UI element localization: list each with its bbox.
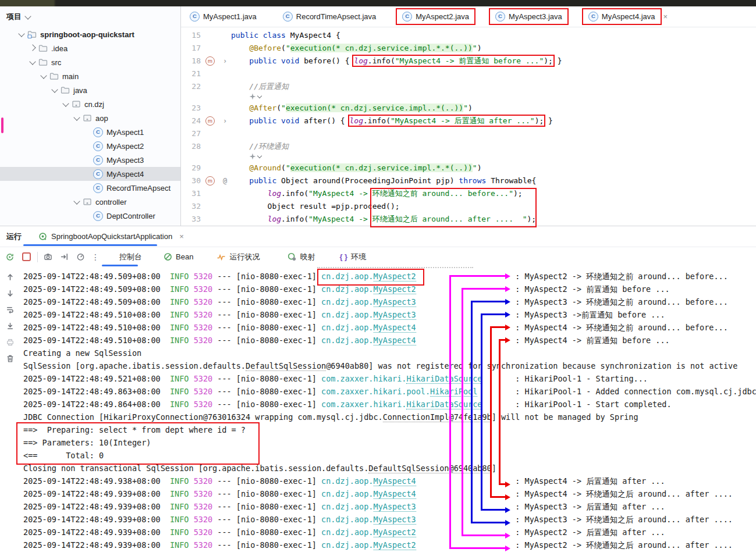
logger-class-link[interactable]: MyAspect4 xyxy=(374,336,416,345)
fold-chevron-icon[interactable]: › xyxy=(223,115,227,127)
tab-health[interactable]: 运行状况 xyxy=(216,252,260,262)
class-icon: C xyxy=(495,12,505,22)
log-message: : MyAspect3 ->前置通知 before ... xyxy=(515,310,665,319)
chevron-down-icon[interactable] xyxy=(29,58,36,65)
log-pid: 5320 xyxy=(194,387,213,396)
ai-inlay-hint[interactable] xyxy=(181,93,756,102)
code-line-24: 24m› public void after() { log.info("MyA… xyxy=(181,115,756,127)
line-number: 24 xyxy=(181,115,201,127)
logger-class-link[interactable]: MyAspect4 xyxy=(374,476,416,486)
logger-class-link[interactable]: MyAspect3 xyxy=(374,502,416,512)
method-gutter-icon[interactable]: m xyxy=(205,176,215,186)
tab-bean-label: Bean xyxy=(176,252,193,261)
project-icon xyxy=(27,30,37,39)
logger-class-link[interactable]: MyAspect2 xyxy=(374,284,416,294)
scrolled-row-dotted-underline xyxy=(317,267,473,268)
logger-class-link[interactable]: MyAspect2 xyxy=(374,528,416,537)
chevron-right-icon[interactable] xyxy=(29,44,36,51)
toolbar-divider xyxy=(37,252,38,262)
logger-class-link[interactable]: MyAspect3 xyxy=(374,310,416,320)
tree-item-src[interactable]: src xyxy=(0,55,180,69)
chevron-down-icon[interactable] xyxy=(73,198,80,204)
chevron-down-icon[interactable] xyxy=(73,114,80,120)
annotation-box-around-advice xyxy=(370,188,537,227)
run-configuration-tab[interactable]: SpringbootAopQuickstartApplication × xyxy=(38,232,184,241)
editor-tab-myaspect2-java[interactable]: CMyAspect2.java xyxy=(397,7,474,27)
tab-mappings[interactable]: 映射 xyxy=(288,252,315,262)
tree-item-main[interactable]: main xyxy=(0,69,180,83)
ai-inlay-hint[interactable] xyxy=(181,153,756,162)
editor-tab-myaspect1-java[interactable]: CMyAspect1.java xyxy=(184,7,262,27)
tree-item-java[interactable]: java xyxy=(0,83,180,97)
project-panel-header[interactable]: 项目 xyxy=(0,6,180,27)
chevron-down-icon[interactable] xyxy=(51,86,58,92)
tree-item-label: RecordTimeApsect xyxy=(107,184,171,193)
logger-class-link[interactable]: MyAspect2 xyxy=(374,540,416,550)
log-thread: [nio-8080-exec-1] xyxy=(236,502,317,511)
editor-tab-myaspect4-java[interactable]: CMyAspect4.java× xyxy=(583,7,668,27)
editor-tab-myaspect3-java[interactable]: CMyAspect3.java xyxy=(490,7,567,27)
annotation-gutter-icon[interactable]: @ xyxy=(223,174,227,187)
tree-item-controller[interactable]: controller xyxy=(0,195,180,209)
logger-class-link[interactable]: MyAspect3 xyxy=(374,297,416,307)
log-message: : HikariPool-1 - Start completed. xyxy=(515,400,671,409)
tree-item-label: cn.dzj xyxy=(84,100,104,109)
more-options-icon[interactable]: ⋮ xyxy=(91,252,100,262)
gauge-button[interactable] xyxy=(74,252,87,261)
tree-item-cn-dzj[interactable]: cn.dzj xyxy=(0,97,180,111)
tab-console[interactable]: 控制台 xyxy=(119,252,142,262)
code-line-28: 28 //环绕通知 xyxy=(181,140,756,153)
log-pid: 5320 xyxy=(194,323,213,332)
close-icon[interactable]: × xyxy=(663,12,668,21)
stop-button[interactable] xyxy=(20,252,33,261)
no-icon xyxy=(85,170,91,176)
editor-tab-recordtimeapsect-java[interactable]: CRecordTimeApsect.java xyxy=(278,7,382,27)
project-panel-title: 项目 xyxy=(6,12,22,22)
tree-item-springboot-aop-quickstart[interactable]: springboot-aop-quickstart xyxy=(0,27,180,41)
class-icon: C xyxy=(190,12,200,22)
console-row: 2025-09-14T22:48:49.939+08:00 INFO 5320 … xyxy=(0,526,756,539)
attach-console-button[interactable] xyxy=(58,252,70,261)
no-icon xyxy=(85,142,91,148)
logger-class-link[interactable]: MyAspect3 xyxy=(374,515,416,525)
log-pid: 5320 xyxy=(194,336,213,345)
console-row: Creating a new SqlSession xyxy=(0,347,756,359)
chevron-down-icon[interactable] xyxy=(62,100,69,106)
tree-item-myaspect2[interactable]: CMyAspect2 xyxy=(0,139,180,153)
tree-item-myaspect4[interactable]: CMyAspect4 xyxy=(0,167,180,181)
log-pid: 5320 xyxy=(194,374,213,383)
log-thread: [nio-8080-exec-1] xyxy=(236,515,317,524)
tree-item-myaspect3[interactable]: CMyAspect3 xyxy=(0,153,180,167)
tree-item--idea[interactable]: .idea xyxy=(0,41,180,55)
fold-chevron-icon[interactable]: › xyxy=(223,55,227,67)
console-log[interactable]: 2025-09-14T22:48:49.509+08:00 INFO 5320 … xyxy=(0,270,756,551)
tree-item-myaspect1[interactable]: CMyAspect1 xyxy=(0,125,180,139)
logger-class-link[interactable]: MyAspect4 xyxy=(374,489,416,499)
tab-environment[interactable]: { } 环境 xyxy=(339,252,366,262)
method-gutter-icon[interactable]: m xyxy=(205,56,215,66)
log-pid: 5320 xyxy=(194,297,213,306)
console-row: 2025-09-14T22:48:49.939+08:00 INFO 5320 … xyxy=(0,487,756,500)
log-timestamp: 2025-09-14T22:48:49.521+08:00 xyxy=(23,374,161,383)
package-icon xyxy=(82,113,92,123)
log-level: INFO xyxy=(170,336,189,345)
tree-item-aop[interactable]: aop xyxy=(0,111,180,125)
chevron-down-icon[interactable] xyxy=(18,30,24,37)
tab-bean[interactable]: Bean xyxy=(164,252,193,261)
chevron-down-icon[interactable] xyxy=(40,72,47,79)
line-number: 21 xyxy=(181,67,201,80)
line-number: 30 xyxy=(181,174,201,187)
log-pid: 5320 xyxy=(194,310,213,319)
log-timestamp: 2025-09-14T22:48:49.939+08:00 xyxy=(23,540,161,550)
tree-item-deptcontroller[interactable]: CDeptController xyxy=(0,209,180,223)
mappings-icon xyxy=(288,252,296,261)
logger-class-link[interactable]: MyAspect4 xyxy=(374,323,416,333)
close-icon[interactable]: × xyxy=(179,232,184,241)
bean-icon xyxy=(164,252,172,261)
annotation-box-inline: log.info("MyAspect4 -> 前置通知 before ...")… xyxy=(354,56,553,65)
screenshot-button[interactable] xyxy=(41,252,54,261)
tree-item-recordtimeapsect[interactable]: CRecordTimeApsect xyxy=(0,181,180,195)
rerun-button[interactable] xyxy=(3,252,16,262)
method-gutter-icon[interactable]: m xyxy=(205,116,215,126)
log-thread: [nio-8080-exec-1] xyxy=(236,323,317,332)
